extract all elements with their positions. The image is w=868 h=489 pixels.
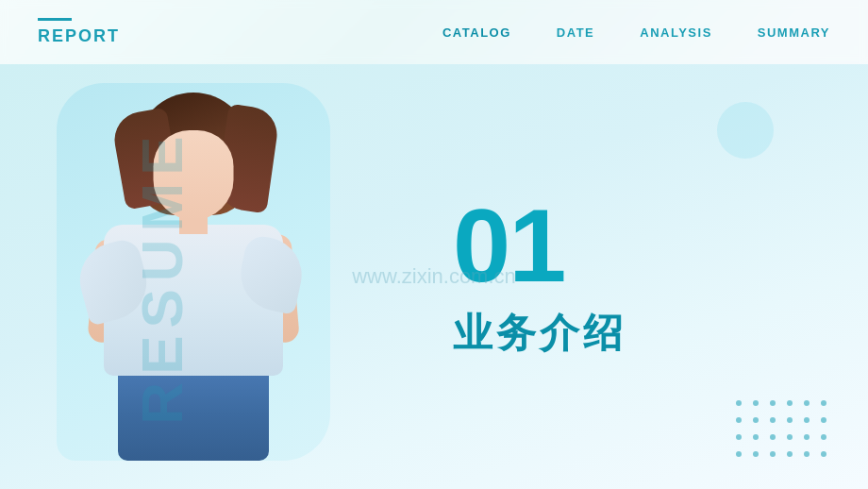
dot bbox=[753, 434, 759, 440]
dot bbox=[770, 417, 776, 423]
dot bbox=[804, 417, 810, 423]
section-title-chinese: 业务介绍 bbox=[453, 307, 811, 360]
dot bbox=[736, 434, 742, 440]
dot bbox=[804, 451, 810, 457]
dot-grid-decoration bbox=[736, 400, 830, 461]
section-number: 01 bbox=[453, 194, 811, 297]
dot bbox=[787, 451, 793, 457]
nav-item-summary[interactable]: SUMMARY bbox=[758, 25, 830, 40]
dot bbox=[787, 417, 793, 423]
logo-area: REPORT bbox=[38, 18, 120, 46]
dot bbox=[736, 400, 742, 406]
nav-item-date[interactable]: DATE bbox=[557, 25, 594, 40]
dot bbox=[804, 434, 810, 440]
dot bbox=[753, 417, 759, 423]
dot bbox=[770, 451, 776, 457]
report-label: REPORT bbox=[38, 26, 120, 46]
main-content: RESUME www.zixin.com.cn 01 业务介绍 bbox=[0, 64, 868, 489]
dot bbox=[753, 400, 759, 406]
dot bbox=[770, 400, 776, 406]
dot bbox=[770, 434, 776, 440]
dot bbox=[804, 400, 810, 406]
header: REPORT CATALOG DATE ANALYSIS SUMMARY bbox=[0, 0, 868, 64]
dot bbox=[753, 451, 759, 457]
dot bbox=[821, 417, 826, 423]
main-nav: CATALOG DATE ANALYSIS SUMMARY bbox=[442, 25, 830, 40]
dot bbox=[821, 434, 826, 440]
dot bbox=[821, 400, 826, 406]
header-bar-decoration bbox=[38, 18, 72, 21]
dot bbox=[787, 434, 793, 440]
dot bbox=[821, 451, 826, 457]
dot bbox=[736, 417, 742, 423]
resume-vertical-text: RESUME bbox=[128, 128, 195, 424]
dot bbox=[787, 400, 793, 406]
dot bbox=[736, 451, 742, 457]
nav-item-analysis[interactable]: ANALYSIS bbox=[640, 25, 712, 40]
nav-item-catalog[interactable]: CATALOG bbox=[442, 25, 511, 40]
